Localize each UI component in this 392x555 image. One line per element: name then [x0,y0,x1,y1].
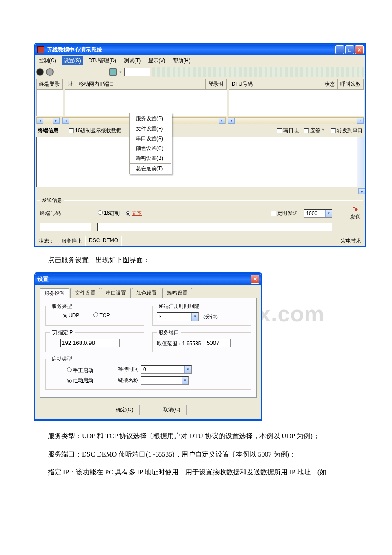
titlebar[interactable]: 无线数据中心演示系统 _ □ × [35,44,365,55]
interval-combo[interactable]: 1000▼ [304,209,332,218]
chk-autosend[interactable] [271,211,276,216]
toolbar-combo[interactable] [124,68,150,76]
close-button[interactable]: × [355,45,364,54]
col-login-time: 登录时 [206,79,227,89]
right-pane: DTU号码 状态 呼叫次数 [229,79,364,116]
toolbar-filler [152,67,364,77]
tab-beep[interactable]: 蜂鸣设置 [162,288,192,298]
window-title: 无线数据中心演示系统 [47,46,102,54]
send-legend: 发送信息 [40,197,64,204]
toolbar: ▼ [35,66,365,78]
tab-service[interactable]: 服务设置 [40,288,69,298]
cancel-button[interactable]: 取消(C) [157,405,187,415]
terminal-no-label: 终端号码 [40,210,61,217]
port-input[interactable] [205,339,231,347]
hscroll-right[interactable]: ▸ [358,188,365,194]
tab-serial[interactable]: 串口设置 [101,288,131,298]
maximize-button[interactable]: □ [345,45,354,54]
left-pane: 终端登录 [36,79,63,116]
paragraph-2: 服务端口：DSC DEMO 侦听端口(1~65535)，用户自定义设置〔本例以 … [34,448,366,461]
radio-auto[interactable] [67,379,72,383]
status-label: 状态： [35,236,58,246]
tabs: 服务设置 文件设置 串口设置 颜色设置 蜂鸣设置 [35,285,261,298]
port-group: 服务端口 取值范围：1-65535 [152,329,251,352]
menu-control[interactable]: 控制(C) [37,56,58,65]
menu-serial-settings[interactable]: 串口设置(S) [130,134,171,144]
paragraph-1: 服务类型：UDP 和 TCP 协议选择〔根据用户对 DTU 协议的设置选择，本例… [34,430,366,442]
menu-file-settings[interactable]: 文件设置(F) [130,124,171,134]
send-text-input[interactable] [97,223,332,231]
ip-group: ✓指定IP [45,329,144,352]
menubar: 控制(C) 设置(S) DTU管理(D) 测试(T) 显示(V) 帮助(H) [35,55,365,66]
radio-manual[interactable] [67,367,72,372]
menu-beep-settings[interactable]: 蜂鸣设置(B) [130,153,171,163]
wait-time-combo[interactable]: 0▼ [141,365,192,374]
menu-always-on-top[interactable]: 总在最前(T) [130,164,171,173]
col-calls: 呼叫次数 [338,79,364,89]
dlg-close-button[interactable]: × [251,275,259,284]
ok-button[interactable]: 确定(C) [110,405,140,415]
chk-forward[interactable] [331,128,336,133]
right-scrollbar[interactable]: ◂▸ [228,117,364,124]
col-addr: 址 [65,79,76,89]
reg-interval-group: 终端注册时间间隔 3▼ （分钟） [152,303,251,326]
menu-service-settings[interactable]: 服务设置(P) [130,114,171,124]
dlg-titlebar[interactable]: 设置 × [35,274,261,285]
settings-dropdown: 服务设置(P) 文件设置(F) 串口设置(S) 颜色设置(C) 蜂鸣设置(B) … [129,113,172,174]
link-name-combo[interactable]: ▼ [141,376,189,385]
chk-specify-ip[interactable]: ✓ [52,330,57,335]
vscroll[interactable] [357,137,364,187]
chk-log[interactable] [277,128,282,133]
radio-tcp[interactable] [93,312,98,317]
menu-help[interactable]: 帮助(H) [171,56,192,65]
statusbar: 状态： 服务停止 DSC_DEMO 宏电技术 [35,236,365,246]
col-ip-port: 移动网内IP端口 [76,79,206,89]
tool-icon[interactable] [109,68,117,76]
paragraph-3: 指定 IP：该功能在 PC 具有多 IP 地址时使用，用于设置接收数据和发送数据… [34,466,366,479]
status-mode: DSC_DEMO [86,236,122,246]
options-row: 终端信息： 16进制显示接收数据 写日志 应答？ 转发到串口 [35,125,365,136]
col-terminal-login: 终端登录 [37,79,63,89]
menu-color-settings[interactable]: 颜色设置(C) [130,144,171,153]
start-type-group: 启动类型 手工启动 自动启动 等待时间 0▼ 链接名称 ▼ [45,356,251,390]
send-icon [352,206,359,213]
record-icon[interactable] [36,68,44,76]
main-app-window: 无线数据中心演示系统 _ □ × 控制(C) 设置(S) DTU管理(D) 测试… [34,43,366,247]
radio-hex[interactable] [98,210,103,215]
menu-settings[interactable]: 设置(S) [62,56,83,65]
chk-answer[interactable] [304,128,309,133]
doc-text-1: 点击服务设置，出现如下图界面： [34,254,366,266]
tab-file[interactable]: 文件设置 [70,288,100,298]
send-button[interactable]: 发送 [350,206,360,221]
menu-test[interactable]: 测试(T) [122,56,142,65]
app-icon [37,46,44,53]
ip-input[interactable] [60,339,120,347]
left-scrollbar[interactable]: ◂▸ [36,117,60,124]
terminal-no-input[interactable] [40,223,91,231]
receive-textarea[interactable] [36,137,364,187]
menu-display[interactable]: 显示(V) [147,56,167,65]
col-dtu-no: DTU号码 [229,79,322,89]
tab-color[interactable]: 颜色设置 [132,288,161,298]
middle-pane: 址 移动网内IP端口 登录时 [65,79,227,116]
status-company: 宏电技术 [337,236,365,246]
menu-dtu[interactable]: DTU管理(D) [87,56,118,65]
minimize-button[interactable]: _ [335,45,344,54]
stop-icon[interactable] [46,68,54,76]
radio-text[interactable] [126,211,130,216]
service-type-group: 服务类型 UDP TCP [45,303,144,326]
terminal-info-label: 终端信息： [38,127,63,134]
chk-hex-display[interactable] [69,128,74,133]
dlg-title: 设置 [37,275,49,283]
reg-interval-combo[interactable]: 3▼ [157,312,199,321]
col-status: 状态 [322,79,338,89]
send-group: 发送信息 终端号码 16进制 文本 定时发送 1000▼ 发送 [37,197,363,234]
status-service: 服务停止 [58,236,86,246]
settings-dialog: 设置 × 服务设置 文件设置 串口设置 颜色设置 蜂鸣设置 服务类型 UDP T… [34,272,262,421]
radio-udp[interactable] [63,314,67,318]
